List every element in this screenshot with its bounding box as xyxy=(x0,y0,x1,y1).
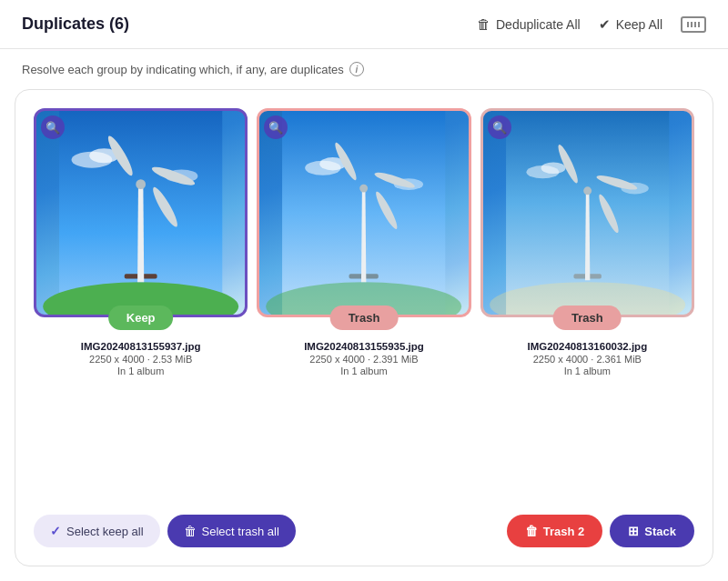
keep-badge-1[interactable]: Keep xyxy=(108,306,174,330)
svg-marker-28 xyxy=(585,191,590,281)
app-container: Duplicates (6) 🗑 Deduplicate All ✔ Keep … xyxy=(0,0,728,581)
image-filename-3: IMG20240813160032.jpg xyxy=(527,341,647,352)
trash-badge-2[interactable]: Trash xyxy=(330,306,399,330)
image-album-1: In 1 album xyxy=(81,366,201,376)
group-card: 🔍 Keep IMG20240813155937.jpg 2250 x 4000… xyxy=(15,89,713,566)
select-keep-all-button[interactable]: ✓ Select keep all xyxy=(34,515,160,547)
check-icon: ✔ xyxy=(599,16,611,33)
svg-point-7 xyxy=(136,179,146,189)
svg-point-26 xyxy=(541,162,565,174)
keep-all-button[interactable]: ✔ Keep All xyxy=(599,16,662,33)
checkmark-icon: ✓ xyxy=(50,524,61,538)
stack-icon: ⊞ xyxy=(628,524,639,538)
trash-count-button[interactable]: 🗑 Trash 2 xyxy=(507,515,603,547)
image-meta-1: 2250 x 4000 · 2.53 MiB xyxy=(81,354,201,365)
image-album-2: In 1 album xyxy=(304,366,424,376)
stack-button[interactable]: ⊞ Stack xyxy=(610,515,694,547)
trash-badge-3[interactable]: Trash xyxy=(553,306,622,330)
image-filename-1: IMG20240813155937.jpg xyxy=(81,341,201,352)
left-actions: ✓ Select keep all 🗑 Select trash all xyxy=(34,515,296,547)
images-row: 🔍 Keep IMG20240813155937.jpg 2250 x 4000… xyxy=(34,108,694,496)
right-actions: 🗑 Trash 2 ⊞ Stack xyxy=(507,515,694,547)
subtitle: Resolve each group by indicating which, … xyxy=(0,49,728,89)
info-icon[interactable]: i xyxy=(349,62,364,76)
deduplicate-icon: 🗑 xyxy=(477,16,490,32)
select-trash-all-button[interactable]: 🗑 Select trash all xyxy=(167,515,296,547)
image-wrapper-2: 🔍 Trash xyxy=(257,108,470,317)
image-card-1: 🔍 Keep IMG20240813155937.jpg 2250 x 4000… xyxy=(34,108,248,376)
image-filename-2: IMG20240813155935.jpg xyxy=(304,341,424,352)
search-badge-3[interactable]: 🔍 xyxy=(488,115,511,139)
svg-marker-6 xyxy=(137,185,144,283)
trash-icon-sm: 🗑 xyxy=(184,524,197,538)
deduplicate-all-button[interactable]: 🗑 Deduplicate All xyxy=(477,16,581,32)
bottom-actions: ✓ Select keep all 🗑 Select trash all 🗑 T… xyxy=(34,515,694,547)
image-meta-3: 2250 x 4000 · 2.361 MiB xyxy=(527,354,647,365)
image-album-3: In 1 album xyxy=(527,366,647,376)
trash-count-icon: 🗑 xyxy=(525,524,538,538)
image-wrapper-3: 🔍 Trash xyxy=(480,108,694,317)
image-info-3: IMG20240813160032.jpg 2250 x 4000 · 2.36… xyxy=(527,341,647,376)
svg-point-29 xyxy=(583,186,592,195)
page-title: Duplicates (6) xyxy=(22,15,477,34)
image-thumb-3[interactable] xyxy=(480,108,694,317)
image-info-1: IMG20240813155937.jpg 2250 x 4000 · 2.53… xyxy=(81,341,201,376)
header-actions: 🗑 Deduplicate All ✔ Keep All xyxy=(477,16,706,33)
image-card-2: 🔍 Trash IMG20240813155935.jpg 2250 x 400… xyxy=(257,108,470,376)
svg-point-18 xyxy=(360,185,369,193)
main-content: 🔍 Keep IMG20240813155937.jpg 2250 x 4000… xyxy=(0,89,728,581)
image-wrapper-1: 🔍 Keep xyxy=(34,108,248,317)
header: Duplicates (6) 🗑 Deduplicate All ✔ Keep … xyxy=(0,0,728,49)
svg-marker-17 xyxy=(361,188,366,282)
image-meta-2: 2250 x 4000 · 2.391 MiB xyxy=(304,354,424,365)
image-info-2: IMG20240813155935.jpg 2250 x 4000 · 2.39… xyxy=(304,341,424,376)
search-badge-1[interactable]: 🔍 xyxy=(41,115,65,139)
image-thumb-2[interactable] xyxy=(257,108,470,317)
keyboard-shortcut-icon[interactable] xyxy=(681,16,706,33)
image-thumb-1[interactable] xyxy=(34,108,248,317)
image-card-3: 🔍 Trash IMG20240813160032.jpg 2250 x 400… xyxy=(480,108,694,376)
